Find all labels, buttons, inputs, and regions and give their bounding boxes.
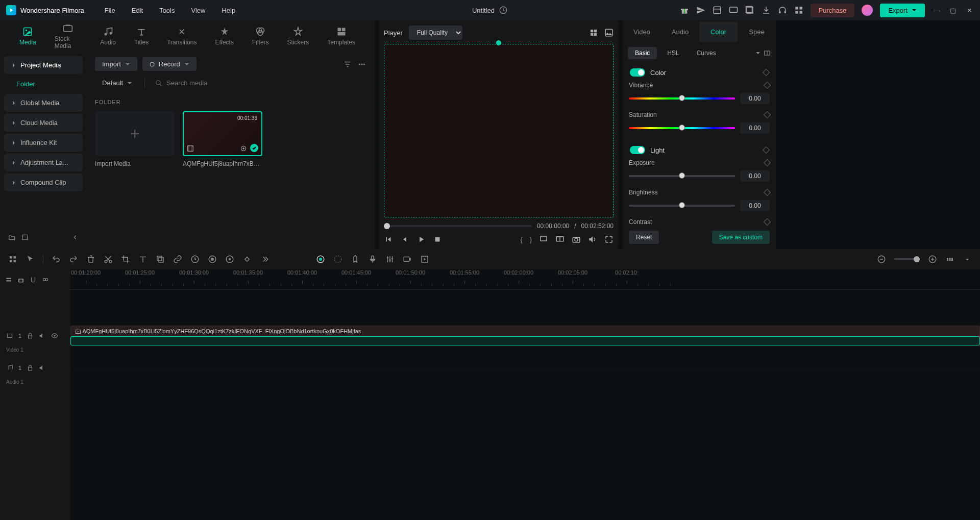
sidebar-adjustment-layer[interactable]: Adjustment La... <box>4 154 83 171</box>
tl-cursor-icon[interactable] <box>26 255 35 264</box>
stop-button[interactable] <box>433 235 442 244</box>
tab-templates[interactable]: Templates <box>318 22 364 50</box>
minimize-button[interactable]: — <box>932 6 941 15</box>
sub-curves[interactable]: Curves <box>690 47 723 59</box>
tab-media[interactable]: Media <box>10 22 45 50</box>
exposure-slider[interactable] <box>629 175 735 177</box>
video-lock-icon[interactable] <box>27 332 34 339</box>
tl-more-icon[interactable] <box>260 255 269 264</box>
menu-view[interactable]: View <box>185 5 211 16</box>
tl-copy-icon[interactable] <box>156 255 165 264</box>
audio-clip[interactable] <box>70 336 980 345</box>
saturation-slider[interactable] <box>629 127 735 129</box>
clip-settings-icon[interactable] <box>240 145 247 152</box>
download-icon[interactable] <box>762 6 771 15</box>
sort-default[interactable]: Default <box>95 76 139 90</box>
menu-tools[interactable]: Tools <box>153 5 181 16</box>
tl-speed-icon[interactable] <box>190 255 200 264</box>
video-track-row[interactable]: AQMFgHUf5j8uapIhm7xB0Li5ZiomYyZHF96QsQQq… <box>70 325 980 347</box>
sidebar-compound-clip[interactable]: Compound Clip <box>4 174 83 191</box>
reset-button[interactable]: Reset <box>629 231 659 244</box>
th-lock-icon[interactable] <box>17 276 24 283</box>
record-button[interactable]: Record <box>142 57 197 71</box>
more-icon[interactable] <box>357 60 366 69</box>
tab-stickers[interactable]: Stickers <box>278 22 318 50</box>
avatar[interactable] <box>862 5 873 16</box>
tab-stock-media[interactable]: Stock Media <box>45 19 91 54</box>
exposure-keyframe-icon[interactable] <box>764 159 771 166</box>
fullscreen-button[interactable] <box>604 235 614 244</box>
save-custom-button[interactable]: Save as custom <box>712 231 770 244</box>
zoom-fit-icon[interactable] <box>945 255 954 264</box>
tl-mixer-icon[interactable] <box>385 255 395 264</box>
th-linkall-icon[interactable] <box>42 276 49 283</box>
tab-transitions[interactable]: Transitions <box>158 22 206 50</box>
vibrance-keyframe-icon[interactable] <box>764 82 771 89</box>
collapse-icon[interactable] <box>71 234 79 241</box>
player-image-icon[interactable] <box>604 28 614 37</box>
player-preview[interactable] <box>384 44 614 217</box>
volume-button[interactable] <box>588 235 597 244</box>
new-folder-icon[interactable] <box>8 234 15 241</box>
export-button[interactable]: Export <box>880 4 925 17</box>
search-input[interactable] <box>166 79 361 87</box>
apps-icon[interactable] <box>794 6 803 15</box>
tl-layout-icon[interactable] <box>8 255 17 264</box>
tab-filters[interactable]: Filters <box>243 22 278 50</box>
sidebar-folder[interactable]: Folder <box>4 76 83 92</box>
tl-voiceover-icon[interactable] <box>368 255 377 264</box>
zoom-slider[interactable] <box>894 258 920 260</box>
tl-autoripple2-icon[interactable] <box>333 255 342 264</box>
audio-lock-icon[interactable] <box>27 364 34 372</box>
tl-crop-icon[interactable] <box>121 255 130 264</box>
filter-icon[interactable] <box>343 60 352 69</box>
props-tab-video[interactable]: Video <box>623 22 661 42</box>
brightness-keyframe-icon[interactable] <box>764 189 771 196</box>
mark-out-button[interactable]: } <box>530 236 532 243</box>
tl-autoripple-icon[interactable] <box>316 255 325 264</box>
color-keyframe-icon[interactable] <box>763 69 770 76</box>
tl-colormatch-icon[interactable] <box>208 255 217 264</box>
tl-keyframe-icon[interactable] <box>242 255 252 264</box>
new-bin-icon[interactable] <box>21 234 29 241</box>
th-magnet-icon[interactable] <box>30 276 37 283</box>
video-hide-icon[interactable] <box>51 332 58 339</box>
tracks-area[interactable]: 00:01:20:0000:01:25:0000:01:30:0000:01:3… <box>70 269 980 520</box>
player-grid-icon[interactable] <box>589 28 598 37</box>
layout-icon[interactable] <box>713 6 722 15</box>
sub-basic[interactable]: Basic <box>628 47 657 59</box>
menu-edit[interactable]: Edit <box>126 5 149 16</box>
timeline-ruler[interactable]: 00:01:20:0000:01:25:0000:01:30:0000:01:3… <box>70 269 980 290</box>
prev-frame-button[interactable] <box>384 235 393 244</box>
tab-audio[interactable]: Audio <box>91 22 125 50</box>
sub-hsl[interactable]: HSL <box>660 47 686 59</box>
snapshot-button[interactable] <box>572 235 581 244</box>
sidebar-cloud-media[interactable]: Cloud Media <box>4 114 83 132</box>
sidebar-influence-kit[interactable]: Influence Kit <box>4 134 83 152</box>
sidebar-global-media[interactable]: Global Media <box>4 94 83 112</box>
maximize-button[interactable]: ▢ <box>948 6 958 15</box>
marker-button[interactable] <box>539 235 548 244</box>
library-icon[interactable] <box>745 6 754 15</box>
compare-button[interactable] <box>555 235 565 244</box>
tl-settings-icon[interactable] <box>963 255 972 264</box>
sub-expand-icon[interactable] <box>755 51 761 56</box>
tl-render-icon[interactable] <box>420 255 429 264</box>
close-button[interactable]: ✕ <box>965 6 974 15</box>
light-toggle[interactable] <box>630 146 645 154</box>
play-button[interactable] <box>416 235 426 244</box>
mark-in-button[interactable]: { <box>520 236 522 243</box>
scrubber-track[interactable] <box>384 225 532 227</box>
menu-help[interactable]: Help <box>215 5 241 16</box>
import-media-card[interactable]: + Import Media <box>95 111 175 167</box>
props-tab-speed[interactable]: Spee <box>738 22 776 42</box>
zoom-in-icon[interactable] <box>928 255 937 264</box>
tl-undo-icon[interactable] <box>52 255 61 264</box>
tl-text-icon[interactable] <box>138 255 148 264</box>
saturation-value[interactable]: 0.00 <box>740 122 770 134</box>
exposure-value[interactable]: 0.00 <box>740 170 770 182</box>
purchase-button[interactable]: Purchase <box>811 4 855 17</box>
tl-track-icon[interactable] <box>225 255 234 264</box>
menu-file[interactable]: File <box>99 5 121 16</box>
tl-marker-icon[interactable] <box>351 255 360 264</box>
